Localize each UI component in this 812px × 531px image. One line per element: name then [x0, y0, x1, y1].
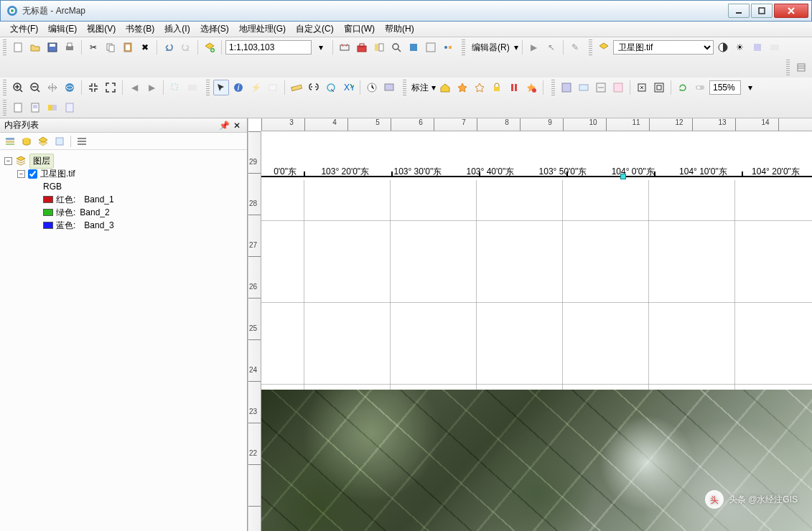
fixed-zoom-out-icon[interactable]: [103, 80, 118, 95]
transparency-icon[interactable]: [750, 39, 765, 55]
menu-help[interactable]: 帮助(H): [381, 22, 419, 37]
toolbar-grip[interactable]: [403, 80, 406, 95]
georef-icon1[interactable]: [559, 80, 574, 95]
layer-select[interactable]: 卫星图.tif: [613, 40, 714, 55]
collapse-icon[interactable]: −: [17, 170, 25, 178]
save-icon[interactable]: [45, 39, 60, 55]
menu-geoprocessing[interactable]: 地理处理(G): [235, 22, 290, 37]
layer-effect-icon[interactable]: [596, 39, 612, 55]
list-by-drawing-icon[interactable]: [3, 134, 17, 149]
menu-insert[interactable]: 插入(I): [160, 22, 194, 37]
tree-root[interactable]: − 图层: [4, 154, 243, 167]
refresh-icon[interactable]: [675, 80, 691, 95]
scale-dropdown-icon[interactable]: ▾: [313, 39, 329, 55]
list-by-visibility-icon[interactable]: [36, 134, 50, 149]
open-icon[interactable]: [27, 39, 43, 55]
select-elements-icon[interactable]: [213, 80, 229, 95]
full-extent-icon[interactable]: [62, 80, 78, 95]
fit-icon1[interactable]: [634, 80, 650, 95]
toolbar-grip[interactable]: [589, 39, 592, 55]
paste-icon[interactable]: [120, 39, 136, 55]
georef-icon2[interactable]: [576, 80, 592, 95]
layout-icon2[interactable]: [27, 100, 43, 116]
graticule-handle[interactable]: [620, 174, 626, 179]
label-weight-icon[interactable]: [472, 80, 487, 95]
maximize-button[interactable]: [751, 4, 773, 18]
toolbar-grip[interactable]: [206, 80, 210, 95]
toolbox-icon[interactable]: [354, 39, 370, 55]
search-icon[interactable]: [388, 39, 404, 55]
pin-icon[interactable]: 📌: [218, 121, 230, 131]
toolbar-grip[interactable]: [551, 80, 555, 95]
undo-icon[interactable]: [161, 39, 177, 55]
fixed-zoom-in-icon[interactable]: [85, 80, 101, 95]
create-viewer-icon[interactable]: [381, 80, 397, 95]
toolbar-grip[interactable]: [462, 39, 465, 55]
editor-menu[interactable]: 编辑器(R): [469, 42, 513, 54]
georef-icon3[interactable]: [593, 80, 609, 95]
menu-edit[interactable]: 编辑(E): [44, 22, 81, 37]
collapse-icon[interactable]: −: [4, 157, 12, 165]
georef-icon4[interactable]: [610, 80, 626, 95]
go-to-xy-icon[interactable]: XY: [340, 80, 356, 95]
contrast-icon[interactable]: [715, 39, 731, 55]
toolbar-grip[interactable]: [3, 100, 6, 116]
catalog-icon[interactable]: [371, 39, 387, 55]
settings-icon[interactable]: [793, 60, 809, 75]
print-icon[interactable]: [62, 39, 78, 55]
close-panel-icon[interactable]: ✕: [231, 121, 243, 131]
find-icon[interactable]: [306, 80, 322, 95]
delete-icon[interactable]: ✖: [137, 39, 153, 55]
redo-icon: [178, 39, 194, 55]
label-menu[interactable]: 标注: [410, 82, 430, 94]
python-icon[interactable]: [423, 39, 439, 55]
menu-file[interactable]: 文件(F): [6, 22, 42, 37]
toolbar-grip[interactable]: [3, 39, 6, 55]
layout-icon4[interactable]: [62, 100, 78, 116]
menu-customize[interactable]: 自定义(C): [291, 22, 338, 37]
layout-icon3[interactable]: [45, 100, 60, 116]
find-route-icon[interactable]: [323, 80, 339, 95]
scale-input[interactable]: [225, 40, 312, 55]
zoom-pct-dropdown[interactable]: ▾: [742, 80, 758, 95]
menu-selection[interactable]: 选择(S): [196, 22, 233, 37]
toggle-icon[interactable]: [692, 80, 708, 95]
pan-icon[interactable]: [45, 80, 60, 95]
minimize-button[interactable]: [728, 4, 750, 18]
layout-icon1[interactable]: [10, 100, 26, 116]
toolbar-grip[interactable]: [3, 80, 6, 95]
close-button[interactable]: [774, 4, 808, 18]
toolbar-grip[interactable]: [786, 60, 790, 75]
arc-toolbox-icon[interactable]: [406, 39, 421, 55]
options-icon[interactable]: [75, 134, 89, 149]
add-data-icon[interactable]: [202, 39, 218, 55]
time-slider-icon[interactable]: [364, 80, 380, 95]
cut-icon[interactable]: ✂: [85, 39, 101, 55]
pause-labels-icon[interactable]: [506, 80, 522, 95]
draw-toolbar: i ⚡ XY: [203, 77, 400, 98]
list-by-source-icon[interactable]: [19, 134, 34, 149]
layer-visibility-checkbox[interactable]: [28, 169, 37, 179]
map-view[interactable]: 34567891011121314 2928272625242322 0'0"东…: [248, 118, 812, 531]
brightness-icon[interactable]: ☀: [732, 39, 748, 55]
zoom-pct-input[interactable]: [709, 80, 741, 95]
view-unplaced-icon[interactable]: [523, 80, 539, 95]
label-priority-icon[interactable]: [454, 80, 470, 95]
measure-icon[interactable]: [289, 80, 304, 95]
identify-icon[interactable]: i: [230, 80, 246, 95]
copy-icon[interactable]: [103, 39, 118, 55]
menu-view[interactable]: 视图(V): [83, 22, 120, 37]
fit-icon2[interactable]: [651, 80, 667, 95]
tree-layer[interactable]: − 卫星图.tif: [4, 167, 243, 180]
menu-windows[interactable]: 窗口(W): [340, 22, 379, 37]
model-builder-icon[interactable]: [440, 39, 456, 55]
new-icon[interactable]: [10, 39, 26, 55]
editor-toolbar-icon[interactable]: [337, 39, 353, 55]
map-canvas[interactable]: 0'0"东103° 20'0"东103° 30'0"东103° 40'0"东10…: [261, 131, 812, 531]
label-manager-icon[interactable]: [437, 80, 453, 95]
zoom-out-icon[interactable]: [27, 80, 43, 95]
zoom-in-icon[interactable]: [10, 80, 26, 95]
menu-bookmarks[interactable]: 书签(B): [121, 22, 159, 37]
list-by-selection-icon[interactable]: [52, 134, 67, 149]
lock-labels-icon[interactable]: [489, 80, 505, 95]
